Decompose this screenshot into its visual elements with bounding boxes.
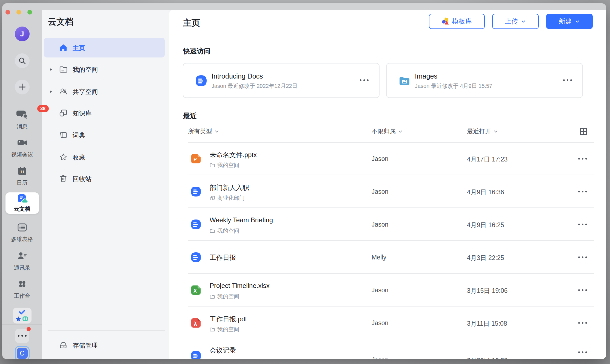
template-gallery-icon — [442, 18, 449, 25]
image-folder-icon — [398, 75, 411, 87]
filter-ownership[interactable]: 不限归属 — [372, 127, 403, 135]
sidebar-item-favorites[interactable]: 收藏 — [44, 147, 165, 167]
row-more-button[interactable] — [578, 289, 587, 291]
file-time: 4月9日 16:36 — [467, 188, 504, 197]
upload-button[interactable]: 上传 — [492, 14, 539, 29]
create-button[interactable]: 新建 — [546, 14, 593, 29]
file-title: 工作日报.pdf — [210, 315, 247, 323]
fullscreen-button[interactable] — [27, 10, 32, 15]
quick-access-heading: 快速访问 — [183, 47, 210, 56]
file-location: 我的空间 — [210, 161, 239, 169]
quick-access-cards: Introducing Docs Jason 最近修改于 2022年12月22日… — [183, 63, 583, 98]
add-button[interactable] — [15, 80, 30, 94]
rail-item-label: 工作台 — [2, 292, 42, 300]
pptx-file-icon: P — [190, 153, 201, 164]
home-icon — [59, 44, 67, 52]
recent-heading: 最近 — [183, 111, 197, 120]
file-row[interactable]: X Project Timeline.xlsx 我的空间 Jason 3月15日… — [169, 274, 606, 307]
rail-item-bitable[interactable]: 多维表格 — [2, 222, 42, 243]
sidebar-divider — [48, 330, 165, 331]
sidebar-item-label: 共享空间 — [73, 88, 98, 96]
avatar[interactable]: J — [15, 27, 30, 41]
folder-small-icon — [210, 294, 215, 299]
rail-item-calendar[interactable]: 11 日历 — [2, 166, 42, 187]
bitable-grid-icon — [17, 222, 27, 233]
sidebar-item-trash[interactable]: 回收站 — [44, 169, 165, 189]
file-row[interactable]: 会议记录 Jason 2月22日 10:28 — [169, 339, 606, 359]
video-camera-icon — [17, 138, 28, 148]
grid-view-toggle[interactable] — [579, 127, 588, 137]
file-time: 3月15日 19:06 — [467, 287, 508, 295]
file-row[interactable]: 部门新人入职 商业化部门 Jason 4月9日 16:36 — [169, 175, 606, 208]
doc-file-icon — [190, 350, 201, 359]
sidebar-item-home[interactable]: 主页 — [44, 38, 165, 57]
c-app-icon: C — [17, 348, 28, 359]
rail-item-label: 通讯录 — [2, 264, 42, 271]
minimize-button[interactable] — [16, 10, 21, 15]
rail-item-c-app[interactable]: C — [15, 346, 30, 359]
expand-arrow-icon[interactable] — [49, 90, 53, 94]
recent-files-list: P 未命名文件.pptx 我的空间 Jason 4月17日 17:23 部门新人… — [169, 142, 606, 359]
quick-access-card-doc[interactable]: Introducing Docs Jason 最近修改于 2022年12月22日 — [183, 63, 380, 98]
row-more-button[interactable] — [578, 351, 587, 353]
trash-icon — [59, 175, 67, 183]
sidebar-item-my-space[interactable]: 我的空间 — [44, 59, 165, 79]
row-more-button[interactable] — [578, 158, 587, 160]
file-row[interactable]: 工作日报 Melly 4月3日 22:25 — [169, 241, 606, 274]
file-title: 部门新人入职 — [210, 183, 249, 192]
rail-item-messages[interactable]: 38 消息 — [2, 109, 42, 130]
storage-drive-icon — [59, 341, 67, 349]
sidebar-item-label: 词典 — [73, 131, 85, 140]
file-title: 未命名文件.pptx — [210, 151, 257, 159]
row-more-button[interactable] — [578, 256, 587, 258]
sidebar-item-dictionary[interactable]: 词典 — [44, 125, 165, 145]
chevron-down-icon — [214, 129, 219, 134]
rail-item-video-meetings[interactable]: 视频会议 — [2, 138, 42, 158]
ellipsis-icon — [18, 335, 27, 337]
card-more-button[interactable] — [360, 79, 369, 81]
rail-item-label: 日历 — [2, 179, 42, 187]
folder-small-icon — [210, 163, 215, 168]
file-location: 我的空间 — [210, 326, 239, 333]
expand-arrow-icon[interactable] — [49, 68, 53, 71]
pinned-apps-tile[interactable] — [13, 308, 32, 323]
sidebar-item-label: 收藏 — [73, 153, 85, 162]
file-row[interactable]: Weekly Team Briefing 我的空间 Jason 4月9日 16:… — [169, 208, 606, 241]
toolbar: 模板库 上传 新建 — [429, 14, 593, 29]
calendar-icon: 11 — [17, 166, 27, 176]
rail-item-workplace[interactable]: 工作台 — [2, 279, 42, 300]
chevron-down-icon — [521, 19, 526, 24]
svg-text:11: 11 — [20, 169, 24, 174]
rail-item-cloud-docs-active[interactable]: 云文档 — [5, 192, 39, 214]
filter-type[interactable]: 所有类型 — [188, 127, 219, 135]
file-row[interactable]: λ 工作日报.pdf 我的空间 Jason 3月11日 15:08 — [169, 307, 606, 339]
row-more-button[interactable] — [578, 322, 587, 324]
pdf-file-icon: λ — [190, 317, 201, 328]
chevron-down-icon — [575, 19, 580, 24]
sidebar-item-wiki[interactable]: 知识库 — [44, 103, 165, 123]
sort-recently-opened[interactable]: 最近打开 — [467, 127, 498, 135]
xlsx-file-icon: X — [190, 285, 201, 296]
file-title: Project Timeline.xlsx — [210, 282, 270, 290]
quick-access-card-images[interactable]: Images Jason 最近修改于 4月9日 15:57 — [386, 63, 583, 98]
sidebar-item-storage[interactable]: 存储管理 — [44, 335, 165, 355]
template-gallery-button[interactable]: 模板库 — [429, 14, 485, 29]
plus-icon — [18, 83, 26, 91]
close-button[interactable] — [5, 10, 10, 15]
search-button[interactable] — [15, 53, 30, 68]
file-time: 2月22日 10:28 — [467, 356, 508, 359]
file-owner: Jason — [372, 221, 388, 228]
file-row[interactable]: P 未命名文件.pptx 我的空间 Jason 4月17日 17:23 — [169, 142, 606, 175]
file-owner: Jason — [372, 188, 388, 195]
row-more-button[interactable] — [578, 191, 587, 192]
rail-item-label: 视频会议 — [2, 151, 42, 158]
cloud-docs-icon — [17, 194, 28, 204]
card-more-button[interactable] — [563, 79, 572, 81]
sidebar-item-shared-space[interactable]: 共享空间 — [44, 82, 165, 101]
pinned-apps-icon — [15, 309, 30, 322]
row-more-button[interactable] — [578, 224, 587, 225]
sidebar-item-label: 我的空间 — [73, 65, 98, 74]
file-title: Weekly Team Briefing — [210, 216, 273, 224]
rail-item-contacts[interactable]: 通讯录 — [2, 251, 42, 271]
more-apps-button[interactable] — [15, 329, 29, 343]
